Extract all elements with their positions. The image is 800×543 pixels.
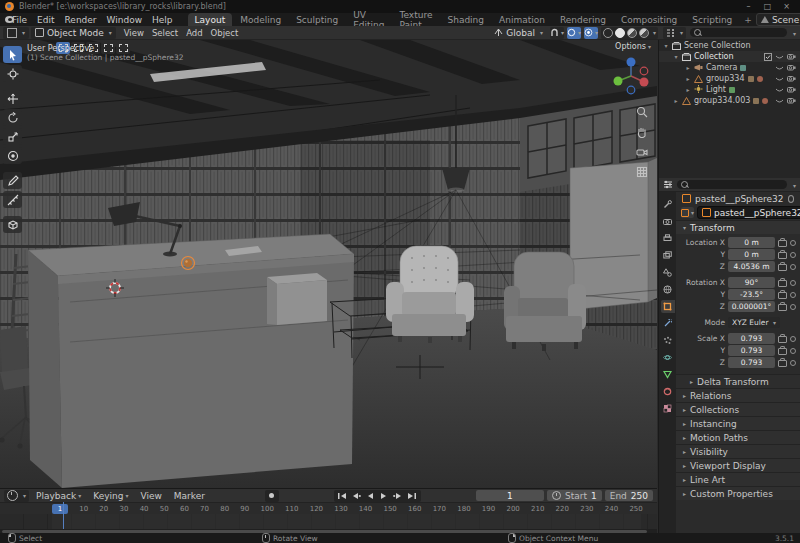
mode-selector[interactable]: Object Mode — [31, 27, 116, 39]
current-frame-marker[interactable]: 1 — [52, 504, 68, 514]
disable-render-icon[interactable] — [787, 64, 796, 71]
outliner-row-scene-collection[interactable]: ▾ Scene Collection — [659, 40, 800, 51]
pin-icon[interactable] — [788, 195, 794, 203]
options-button[interactable]: Options — [615, 42, 651, 51]
section-relations[interactable]: ▸Relations — [676, 388, 800, 402]
tab-object-data[interactable] — [661, 368, 675, 381]
gizmo-x-axis[interactable] — [640, 78, 649, 87]
properties-search-input[interactable] — [677, 180, 787, 189]
tab-rendering[interactable]: Rendering — [553, 13, 613, 26]
play-reverse-button[interactable] — [364, 490, 377, 501]
shading-wireframe-icon[interactable] — [603, 28, 613, 38]
transform-orientation-selector[interactable]: Global — [490, 27, 547, 39]
tab-scripting[interactable]: Scripting — [685, 13, 739, 26]
move-tool[interactable] — [3, 90, 22, 107]
menu-window[interactable]: Window — [102, 13, 148, 26]
outliner-row-group334[interactable]: ▸ group334 — [659, 73, 800, 84]
animate-dot[interactable] — [790, 336, 796, 342]
timeline-menu-playback[interactable]: Playback — [31, 489, 86, 502]
lock-icon[interactable] — [778, 360, 787, 367]
lock-icon[interactable] — [778, 240, 787, 247]
shading-solid-icon[interactable] — [615, 28, 625, 38]
auto-key-record-button[interactable] — [265, 490, 279, 502]
next-keyframe-button[interactable] — [392, 490, 405, 501]
tab-uv-editing[interactable]: UV Editing — [346, 13, 391, 26]
animate-dot[interactable] — [790, 252, 796, 258]
tab-shading[interactable]: Shading — [440, 13, 491, 26]
tab-compositing[interactable]: Compositing — [614, 13, 684, 26]
tab-physics[interactable] — [661, 351, 675, 364]
lock-icon[interactable] — [778, 304, 787, 311]
tab-view-layer[interactable] — [661, 249, 675, 262]
hide-eye-icon[interactable] — [775, 65, 784, 71]
timeline-ruler[interactable]: 1 10 20 30 40 50 60 70 80 90 100 110 120… — [0, 503, 657, 514]
jump-to-start-button[interactable] — [336, 490, 349, 501]
lock-icon[interactable] — [778, 348, 787, 355]
tab-world[interactable] — [661, 283, 675, 296]
tab-render[interactable] — [661, 215, 675, 228]
hide-eye-icon[interactable] — [775, 76, 784, 82]
viewport-3d[interactable]: User Perspective (1) Scene Collection | … — [0, 40, 657, 488]
timeline-menu-marker[interactable]: Marker — [169, 489, 210, 502]
proportional-editing-toggle[interactable] — [567, 27, 581, 39]
scale-tool[interactable] — [3, 128, 22, 145]
section-collections[interactable]: ▸Collections — [676, 402, 800, 416]
section-delta-transform[interactable]: ▸Delta Transform — [676, 374, 800, 388]
animate-dot[interactable] — [790, 280, 796, 286]
snap-toggle[interactable] — [550, 27, 564, 39]
tab-animation[interactable]: Animation — [492, 13, 552, 26]
section-custom-properties[interactable]: ▸Custom Properties — [676, 486, 800, 500]
section-line-art[interactable]: ▸Line Art — [676, 472, 800, 486]
tab-output[interactable] — [661, 232, 675, 245]
jump-to-end-button[interactable] — [406, 490, 419, 501]
section-motion-paths[interactable]: ▸Motion Paths — [676, 430, 800, 444]
playhead-line[interactable] — [63, 502, 64, 529]
outliner-filter-button[interactable] — [791, 28, 796, 38]
editor-type-selector[interactable] — [3, 27, 29, 39]
desk[interactable] — [28, 234, 354, 488]
maximize-button[interactable]: □ — [759, 1, 776, 12]
cursor-tool[interactable] — [3, 65, 22, 82]
menu-help[interactable]: Help — [147, 13, 178, 26]
section-viewport-display[interactable]: ▸Viewport Display — [676, 458, 800, 472]
tab-sculpting[interactable]: Sculpting — [289, 13, 345, 26]
camera-view-icon[interactable] — [636, 146, 648, 158]
gizmo-overlay-toggle[interactable] — [584, 27, 598, 39]
ortho-grid-icon[interactable] — [636, 166, 648, 178]
end-frame-field[interactable]: End250 — [605, 490, 653, 501]
transform-panel-header[interactable]: ▾ Transform — [676, 220, 800, 234]
gizmo-z-axis[interactable] — [627, 58, 636, 67]
gizmo-x-neg[interactable] — [640, 67, 648, 75]
section-instancing[interactable]: ▸Instancing — [676, 416, 800, 430]
annotate-tool[interactable] — [3, 172, 22, 189]
animate-dot[interactable] — [790, 240, 796, 246]
animate-dot[interactable] — [790, 360, 796, 366]
outliner-row-light[interactable]: ▸ Light — [659, 84, 800, 95]
tab-texture-paint[interactable]: Texture Paint — [393, 13, 440, 26]
lock-icon[interactable] — [778, 336, 787, 343]
hide-eye-icon[interactable] — [775, 98, 784, 104]
outliner-search-input[interactable] — [690, 28, 787, 37]
start-frame-field[interactable]: Start1 — [547, 490, 602, 501]
shading-rendered-icon[interactable] — [639, 28, 649, 38]
animate-dot[interactable] — [790, 304, 796, 310]
prev-keyframe-button[interactable] — [350, 490, 363, 501]
viewport-menu-view[interactable]: View — [120, 26, 148, 39]
tab-particles[interactable] — [661, 334, 675, 347]
navigation-gizmo[interactable] — [609, 54, 653, 98]
timeline-editor-selector[interactable] — [4, 490, 29, 502]
outliner-row-camera[interactable]: ▸ Camera — [659, 62, 800, 73]
exclude-checkbox-icon[interactable] — [764, 53, 772, 61]
close-button[interactable]: × — [778, 1, 795, 12]
gizmo-z-neg[interactable] — [627, 86, 635, 94]
transform-tool[interactable] — [3, 147, 22, 164]
tab-modifiers[interactable] — [661, 317, 675, 330]
object-name-field[interactable]: pasted__pSphere32 — [697, 206, 800, 219]
add-workspace-button[interactable]: + — [740, 13, 756, 26]
hide-eye-icon[interactable] — [775, 54, 784, 60]
browse-object-button[interactable] — [681, 207, 694, 218]
animate-dot[interactable] — [790, 292, 796, 298]
hide-eye-icon[interactable] — [775, 87, 784, 93]
lock-icon[interactable] — [778, 292, 787, 299]
add-primitive-tool[interactable] — [3, 216, 22, 233]
